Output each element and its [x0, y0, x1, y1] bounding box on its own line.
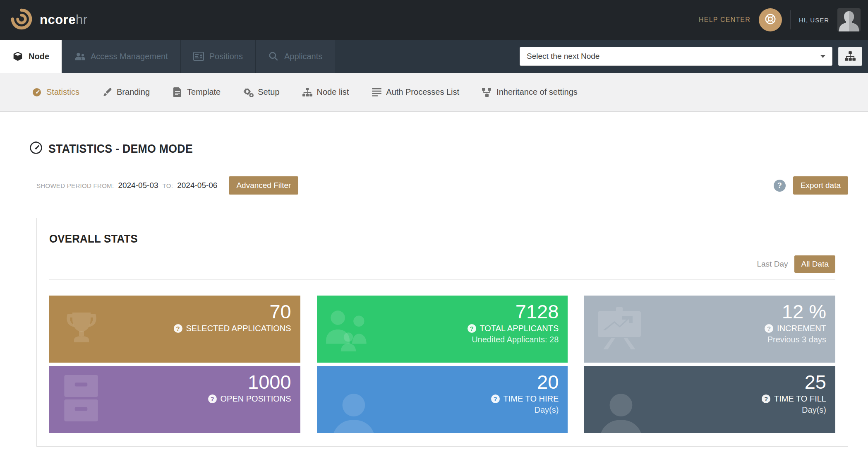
stat-sub: Unedited Applicants: 28: [472, 335, 559, 344]
main-tabbar: Node Access Management Positions Applica…: [0, 40, 868, 73]
tab-positions-label: Positions: [209, 52, 243, 61]
tab-node[interactable]: Node: [0, 40, 62, 73]
top-header: ncorehr HELP CENTER HI, USER: [0, 0, 868, 40]
help-center-link[interactable]: HELP CENTER: [699, 16, 751, 24]
cabinet-icon: [59, 373, 103, 426]
tile-question-icon[interactable]: ?: [208, 394, 217, 403]
tab-positions[interactable]: Positions: [181, 40, 256, 73]
subnav-inheritance-label: Inheritance of settings: [496, 87, 578, 97]
id-card-icon: [193, 51, 204, 62]
list-lines-icon: [371, 87, 382, 98]
card-divider: [49, 279, 835, 280]
stat-sub: Day(s): [802, 405, 826, 415]
stat-tile-increment: 12 % ? INCREMENT Previous 3 days: [584, 296, 835, 363]
period-to-label: TO:: [163, 182, 173, 189]
document-icon: [172, 87, 183, 98]
subnav-inheritance[interactable]: Inheritance of settings: [482, 87, 578, 98]
overall-stats-card: OVERALL STATS Last Day All Data 70: [36, 218, 848, 447]
person-icon: [328, 391, 383, 433]
page-title: STATISTICS - DEMO MODE: [48, 142, 193, 156]
stat-value: 25: [805, 372, 826, 393]
node-subnav: Statistics Branding Template Setup Node …: [0, 73, 868, 112]
tile-question-icon[interactable]: ?: [762, 394, 770, 403]
subnav-setup[interactable]: Setup: [243, 87, 279, 98]
trophy-icon: [59, 307, 104, 351]
stat-sub: Previous 3 days: [767, 335, 826, 344]
tab-access-management[interactable]: Access Management: [62, 40, 181, 73]
gauge-icon: [31, 87, 42, 98]
all-data-toggle[interactable]: All Data: [794, 255, 835, 273]
tab-applicants-label: Applicants: [284, 52, 322, 61]
subnav-template-label: Template: [187, 87, 221, 97]
subnav-auth-processes[interactable]: Auth Processes List: [371, 87, 459, 98]
gears-icon: [243, 87, 254, 98]
speedometer-icon: [29, 141, 43, 156]
person-icon: [596, 391, 650, 433]
user-avatar[interactable]: [837, 8, 861, 31]
card-title: OVERALL STATS: [49, 232, 138, 245]
node-select[interactable]: Select the next Node: [520, 47, 832, 66]
stat-label: TOTAL APPLICANTS: [480, 324, 559, 333]
node-tree-button[interactable]: [838, 47, 862, 66]
logo-swirl-icon: [9, 7, 34, 33]
stat-label: TIME TO HIRE: [504, 394, 559, 404]
subnav-node-list-label: Node list: [317, 87, 349, 97]
lifebuoy-icon: [764, 13, 777, 27]
header-divider: [790, 10, 791, 29]
advanced-filter-button[interactable]: Advanced Filter: [229, 176, 298, 195]
range-toggle: Last Day All Data: [49, 255, 835, 273]
sitemap-icon: [845, 51, 856, 61]
stat-value: 20: [537, 372, 559, 393]
last-day-toggle[interactable]: Last Day: [757, 260, 788, 269]
subnav-branding-label: Branding: [117, 87, 150, 97]
period-from-label: SHOWED PERIOD FROM:: [36, 182, 114, 189]
tile-question-icon[interactable]: ?: [468, 324, 476, 333]
stat-sub: Day(s): [534, 405, 559, 415]
page-title-row: STATISTICS - DEMO MODE: [29, 141, 868, 156]
cube-icon: [12, 51, 23, 62]
brand-name: ncorehr: [40, 12, 88, 27]
tile-question-icon[interactable]: ?: [174, 324, 182, 333]
stat-label: INCREMENT: [777, 324, 826, 333]
subnav-statistics-label: Statistics: [46, 87, 79, 97]
period-to-date: 2024-05-06: [177, 181, 217, 190]
hierarchy-icon: [482, 87, 492, 98]
help-center-button[interactable]: [759, 8, 782, 31]
tab-applicants[interactable]: Applicants: [256, 40, 335, 73]
question-circle-icon[interactable]: ?: [774, 180, 786, 192]
stat-value: 1000: [248, 372, 291, 393]
stat-tiles: 70 ? SELECTED APPLICATIONS: [49, 296, 835, 433]
brand: ncorehr: [9, 7, 88, 33]
stat-tile-total-applicants: 7128 ? TOTAL APPLICANTS Unedited Applica…: [317, 296, 568, 363]
presentation-chart-icon: [594, 305, 645, 353]
brush-icon: [102, 87, 113, 98]
tab-node-label: Node: [29, 52, 49, 61]
stat-label: OPEN POSITIONS: [221, 394, 291, 404]
stat-value: 12 %: [782, 301, 826, 322]
subnav-node-list[interactable]: Node list: [302, 87, 349, 98]
stat-tile-time-to-fill: 25 ? TIME TO FILL Day(s): [584, 366, 835, 433]
stat-label: SELECTED APPLICATIONS: [186, 324, 291, 333]
export-data-button[interactable]: Export data: [793, 176, 848, 195]
tab-access-label: Access Management: [91, 52, 168, 61]
stat-tile-time-to-hire: 20 ? TIME TO HIRE Day(s): [317, 366, 568, 433]
node-select-value: Select the next Node: [527, 52, 599, 61]
tile-question-icon[interactable]: ?: [765, 324, 773, 333]
subnav-template[interactable]: Template: [172, 87, 221, 98]
stat-tile-selected-applications: 70 ? SELECTED APPLICATIONS: [49, 296, 300, 363]
stat-value: 70: [269, 301, 291, 322]
people-group-icon: [322, 305, 376, 353]
subnav-setup-label: Setup: [258, 87, 279, 97]
people-icon: [74, 51, 85, 62]
magnifier-icon: [268, 51, 279, 62]
subnav-auth-processes-label: Auth Processes List: [386, 87, 459, 97]
period-from-date: 2024-05-03: [118, 181, 158, 190]
chevron-down-icon: [820, 55, 825, 58]
stat-label: TIME TO FILL: [774, 394, 826, 404]
period-row: SHOWED PERIOD FROM: 2024-05-03 TO: 2024-…: [36, 176, 848, 195]
tile-question-icon[interactable]: ?: [491, 394, 500, 403]
subnav-branding[interactable]: Branding: [102, 87, 150, 98]
subnav-statistics[interactable]: Statistics: [31, 87, 79, 98]
stat-tile-open-positions: 1000 ? OPEN POSITIONS: [49, 366, 300, 433]
stat-value: 7128: [516, 301, 559, 322]
